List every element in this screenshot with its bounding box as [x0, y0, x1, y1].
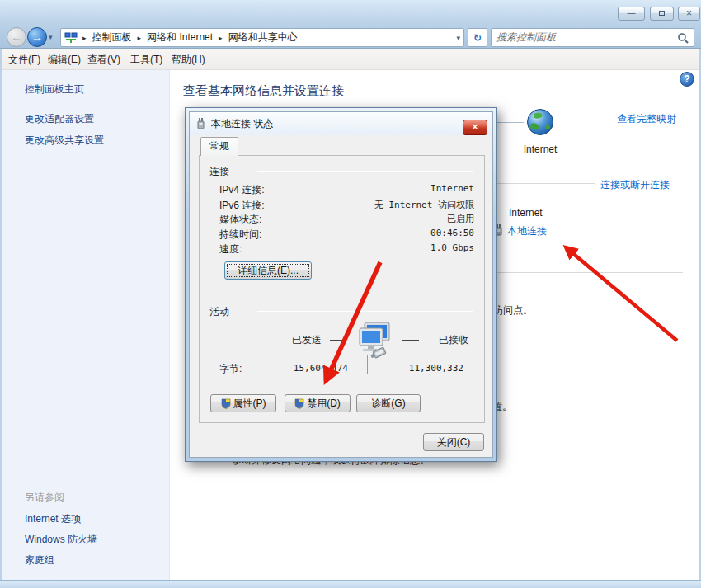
menu-file[interactable]: 文件(F): [8, 53, 40, 67]
search-input[interactable]: 搜索控制面板: [491, 28, 694, 47]
menu-tools[interactable]: 工具(T): [130, 53, 162, 67]
diagnose-button-label: 诊断(G): [371, 397, 405, 411]
forward-button[interactable]: →: [27, 27, 47, 47]
sidebar-item-change-advanced-sharing[interactable]: 更改高级共享设置: [25, 134, 104, 148]
row-label: 速度:: [219, 242, 242, 256]
internet-globe-icon: [525, 108, 555, 137]
crumb-separator-icon: ▸: [214, 34, 228, 42]
row-label: 媒体状态:: [219, 213, 261, 227]
properties-button[interactable]: 属性(P): [210, 394, 276, 412]
sidebar-item-internet-options[interactable]: Internet 选项: [25, 512, 81, 526]
bytes-label: 字节:: [219, 362, 242, 376]
active-network-name: Internet: [509, 207, 543, 219]
received-label: 已接收: [439, 333, 468, 347]
search-icon[interactable]: [677, 32, 689, 44]
local-connection-link[interactable]: 本地连接: [507, 224, 547, 238]
uac-shield-icon: [221, 398, 231, 409]
close-dialog-button[interactable]: 关闭(C): [423, 433, 484, 451]
back-button[interactable]: ←: [7, 27, 26, 47]
menu-help[interactable]: 帮助(H): [172, 53, 205, 67]
refresh-button[interactable]: ↻: [468, 28, 487, 47]
row-label: IPv4 连接:: [219, 183, 265, 197]
menu-edit[interactable]: 编辑(E): [48, 53, 81, 67]
tab-general[interactable]: 常规: [200, 137, 238, 156]
row-ipv4: IPv4 连接: Internet: [219, 183, 474, 196]
maximize-button[interactable]: [650, 7, 674, 21]
diagnose-button[interactable]: 诊断(G): [356, 394, 421, 412]
search-placeholder: 搜索控制面板: [496, 31, 556, 45]
row-value: 无 Internet 访问权限: [374, 199, 474, 211]
sidebar-item-change-adapter-settings[interactable]: 更改适配器设置: [25, 112, 94, 126]
sidebar-item-control-panel-home[interactable]: 控制面板主页: [25, 82, 84, 96]
dialog-titlebar[interactable]: 本地连接 状态: [190, 112, 492, 135]
page-title: 查看基本网络信息并设置连接: [183, 83, 344, 99]
group-line: [257, 311, 473, 312]
received-dash: [402, 340, 419, 341]
bytes-sent-value: 15,604,474: [269, 363, 348, 374]
row-label: IPv6 连接:: [219, 199, 265, 213]
disable-button-label: 禁用(D): [307, 397, 341, 411]
help-icon[interactable]: ?: [680, 72, 694, 87]
row-value: 已启用: [447, 213, 474, 225]
sent-dash: [330, 340, 346, 341]
row-media-state: 媒体状态: 已启用: [219, 213, 474, 226]
row-duration: 持续时间: 00:46:50: [219, 228, 474, 241]
ethernet-adapter-icon: [196, 117, 205, 130]
details-button[interactable]: 详细信息(E)...: [224, 261, 312, 280]
breadcrumb[interactable]: ▸ 控制面板 ▸ 网络和 Internet ▸ 网络和共享中心 ▾: [60, 28, 464, 47]
local-connection-status-dialog: 本地连接 状态 × 常规 连接 IPv4 连接: Internet IPv6 连…: [185, 107, 497, 462]
row-speed: 速度: 1.0 Gbps: [219, 242, 474, 256]
menu-view[interactable]: 查看(V): [87, 53, 120, 67]
group-line: [257, 171, 473, 172]
view-full-map-link[interactable]: 查看完整映射: [586, 112, 676, 126]
row-label: 持续时间:: [219, 228, 261, 242]
window-left-border: [0, 49, 2, 580]
sent-label: 已发送: [292, 333, 322, 347]
sidebar-item-windows-firewall[interactable]: Windows 防火墙: [25, 533, 97, 547]
breadcrumb-item-network-internet[interactable]: 网络和 Internet: [146, 31, 214, 45]
see-also-header: 另请参阅: [25, 491, 64, 505]
properties-button-label: 属性(P): [233, 397, 266, 411]
computer-activity-icon: [353, 321, 393, 364]
dialog-close-button[interactable]: ×: [463, 120, 487, 135]
disable-button[interactable]: 禁用(D): [285, 394, 350, 412]
row-value: 00:46:50: [430, 228, 474, 238]
section-divider: [496, 272, 683, 273]
bytes-separator: [367, 355, 368, 374]
arrow-to-local-connection: [566, 247, 677, 341]
row-value: 1.0 Gbps: [430, 242, 474, 253]
uac-shield-icon: [294, 398, 304, 409]
map-connector-line: [496, 122, 524, 123]
network-location-icon: [64, 31, 78, 45]
row-ipv6: IPv6 连接: 无 Internet 访问权限: [219, 199, 474, 212]
crumb-separator-icon: ▸: [78, 34, 92, 42]
bytes-received-value: 11,300,332: [398, 363, 463, 374]
menu-bar: 文件(F) 编辑(E) 查看(V) 工具(T) 帮助(H): [0, 49, 701, 70]
row-value: Internet: [430, 183, 474, 194]
breadcrumb-item-network-sharing-center[interactable]: 网络和共享中心: [228, 31, 299, 45]
minimize-button[interactable]: —: [618, 7, 645, 21]
breadcrumb-item-control-panel[interactable]: 控制面板: [92, 31, 133, 45]
explorer-window: — × ← → ▾ ▸ 控制面板 ▸ 网络和 Internet ▸ 网络和共享中…: [0, 0, 701, 588]
maximize-icon: [659, 11, 665, 16]
address-dropdown-icon[interactable]: ▾: [456, 34, 460, 42]
connect-disconnect-link[interactable]: 连接或断开连接: [577, 178, 670, 192]
connection-group-label: 连接: [209, 165, 229, 179]
window-bottom-border: [0, 580, 701, 588]
activity-group-label: 活动: [209, 305, 229, 319]
tab-page-general: 连接 IPv4 连接: Internet IPv6 连接: 无 Internet…: [199, 155, 485, 423]
crumb-separator-icon: ▸: [133, 34, 147, 42]
close-window-button[interactable]: ×: [678, 7, 700, 21]
globe-label: Internet: [517, 143, 563, 155]
dialog-body: 本地连接 状态 × 常规 连接 IPv4 连接: Internet IPv6 连…: [189, 111, 493, 458]
dialog-title: 本地连接 状态: [211, 117, 273, 131]
sidebar-item-homegroup[interactable]: 家庭组: [25, 553, 54, 567]
nav-history-dropdown[interactable]: ▾: [49, 33, 53, 41]
